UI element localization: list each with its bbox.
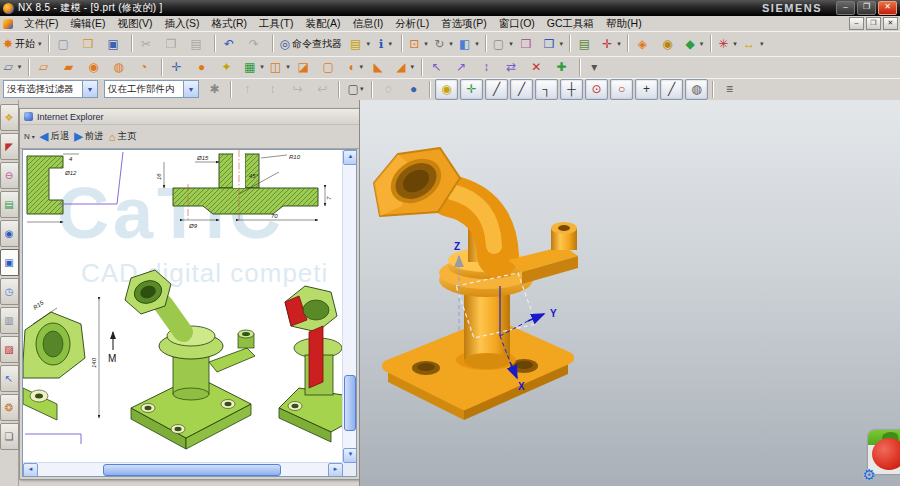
tab-selection-playback[interactable]: ↖: [0, 365, 19, 392]
boss-button[interactable]: ◔: [134, 57, 157, 78]
mdi-minimize-button[interactable]: –: [849, 17, 864, 30]
restore-button[interactable]: ❐: [857, 1, 876, 15]
menu-item[interactable]: 格式(R): [205, 17, 253, 31]
tab-part-navigator[interactable]: ⊖: [0, 162, 19, 189]
command-finder-button[interactable]: ◎ 命令查找器: [278, 33, 346, 54]
gear-icon[interactable]: ⚙: [863, 466, 876, 484]
menu-item[interactable]: 编辑(E): [64, 17, 111, 31]
menu-item[interactable]: 文件(F): [18, 17, 64, 31]
chamfer-button[interactable]: ◣: [369, 57, 392, 78]
chevron-down-icon[interactable]: ▼: [183, 81, 198, 97]
fit-view-button[interactable]: ⊡: [407, 33, 430, 54]
snap-point-on-face-button[interactable]: ◍: [685, 79, 708, 100]
point-button[interactable]: ✦: [217, 57, 240, 78]
snap-point-on-curve-button[interactable]: ╱: [660, 79, 683, 100]
more-features-button[interactable]: ▾: [585, 57, 608, 78]
pull-face-button[interactable]: ↗: [452, 57, 475, 78]
assembly-constraints-button[interactable]: ✳: [716, 33, 739, 54]
back-button[interactable]: ◀ 后退: [40, 130, 69, 143]
tab-reuse-library[interactable]: ▤: [0, 191, 19, 218]
close-button[interactable]: ✕: [878, 1, 897, 15]
menu-item[interactable]: 工具(T): [253, 17, 299, 31]
tab-roles[interactable]: ❂: [0, 394, 19, 421]
cut-button[interactable]: ✂: [137, 33, 160, 54]
snap-intersection-button[interactable]: ┼: [560, 79, 583, 100]
multi-select-button[interactable]: ↩: [311, 79, 334, 100]
sphere-button[interactable]: ●: [192, 57, 215, 78]
paste-button[interactable]: ▤: [187, 33, 210, 54]
shaded-display-button[interactable]: ◧: [457, 33, 481, 54]
shaded-ball-button[interactable]: ●: [402, 79, 425, 100]
menu-item[interactable]: 视图(V): [111, 17, 158, 31]
offset-region-button[interactable]: ↕: [477, 57, 500, 78]
snap-existing-point-button[interactable]: +: [635, 79, 658, 100]
tab-manufacturing-wizard[interactable]: ▨: [0, 336, 19, 363]
mdi-close-button[interactable]: ✕: [883, 17, 898, 30]
general-selection-button[interactable]: ✱: [203, 79, 226, 100]
tab-assembly-navigator[interactable]: ❖: [0, 104, 19, 131]
extrude-button[interactable]: ▰: [59, 57, 82, 78]
snap-endpoint-button[interactable]: ╱: [485, 79, 508, 100]
menu-item[interactable]: GC工具箱: [541, 17, 600, 31]
select-next-button[interactable]: ↪: [286, 79, 309, 100]
menu-item[interactable]: 分析(L): [389, 17, 435, 31]
window-style-button[interactable]: ▢: [491, 33, 515, 54]
open-button[interactable]: ❒: [79, 33, 102, 54]
draft-button[interactable]: ◢: [394, 57, 417, 78]
wcs-orient-button[interactable]: ✛: [600, 33, 623, 54]
trim-body-button[interactable]: ◪: [294, 57, 317, 78]
tab-internet-explorer[interactable]: ▣: [0, 249, 19, 276]
replace-face-button[interactable]: ⇄: [502, 57, 525, 78]
scroll-down-icon[interactable]: ▼: [343, 448, 357, 463]
sketch-button[interactable]: ▱: [1, 57, 24, 78]
vertical-scroll-thumb[interactable]: [344, 375, 356, 430]
resize-face-button[interactable]: ✚: [552, 57, 575, 78]
export-part-button[interactable]: ❒: [542, 33, 565, 54]
chevron-down-icon[interactable]: ▼: [82, 81, 97, 97]
measure-distance-button[interactable]: ↔: [741, 33, 766, 54]
edge-blend-button[interactable]: ◖: [344, 57, 367, 78]
select-chain-button[interactable]: ↕: [261, 79, 284, 100]
horizontal-scroll-thumb[interactable]: [103, 464, 281, 476]
scroll-right-icon[interactable]: ►: [328, 463, 343, 477]
scroll-up-icon[interactable]: ▲: [343, 150, 357, 165]
ie-horizontal-scrollbar[interactable]: ◄ ►: [23, 462, 343, 476]
datum-plane-button[interactable]: ▱: [34, 57, 57, 78]
tab-hd3d-tools[interactable]: ◉: [0, 220, 19, 247]
tab-system-scenes[interactable]: ❏: [0, 423, 19, 450]
unite-button[interactable]: ◫: [268, 57, 292, 78]
tab-constraint-navigator[interactable]: ◤: [0, 133, 19, 160]
ie-menu-button[interactable]: N: [24, 132, 35, 141]
snap-quadrant-button[interactable]: ○: [610, 79, 633, 100]
move-face-button[interactable]: ↖: [427, 57, 450, 78]
minimize-button[interactable]: –: [836, 1, 855, 15]
visualization-button[interactable]: ◉: [658, 33, 681, 54]
delete-face-button[interactable]: ✕: [527, 57, 550, 78]
rectangle-select-button[interactable]: ▢: [344, 79, 367, 100]
ie-vertical-scrollbar[interactable]: ▲ ▼: [342, 150, 356, 463]
save-button[interactable]: ▣: [104, 33, 127, 54]
undo-button[interactable]: ↶: [220, 33, 243, 54]
hole-button[interactable]: ◍: [109, 57, 132, 78]
ie-pane-header[interactable]: Internet Explorer: [20, 109, 359, 124]
selection-scope-combo[interactable]: 仅在工作部件内 ▼: [104, 80, 199, 98]
redo-button[interactable]: ↷: [245, 33, 268, 54]
snap-midpoint-button[interactable]: ╱: [510, 79, 533, 100]
snapshot-button[interactable]: ◈: [633, 33, 656, 54]
view-manager-button[interactable]: ▤: [575, 33, 598, 54]
tab-process-studio[interactable]: ▥: [0, 307, 19, 334]
work-layer-button[interactable]: ▤: [348, 33, 372, 54]
mdi-restore-button[interactable]: ❐: [866, 17, 881, 30]
new-button[interactable]: ▢: [54, 33, 77, 54]
highlight-rollover-button[interactable]: ◌: [377, 79, 400, 100]
start-menu-button[interactable]: ✸ 开始: [1, 33, 44, 54]
revolve-button[interactable]: ◉: [84, 57, 107, 78]
forward-button[interactable]: ▶ 前进: [74, 130, 103, 143]
menu-item[interactable]: 窗口(O): [493, 17, 541, 31]
snap-point-button[interactable]: ◉: [435, 79, 458, 100]
import-part-button[interactable]: ❒: [517, 33, 540, 54]
menu-item[interactable]: 插入(S): [158, 17, 205, 31]
orange-part-model[interactable]: [374, 148, 578, 420]
view-info-button[interactable]: ℹ: [374, 33, 397, 54]
menu-item[interactable]: 信息(I): [346, 17, 389, 31]
